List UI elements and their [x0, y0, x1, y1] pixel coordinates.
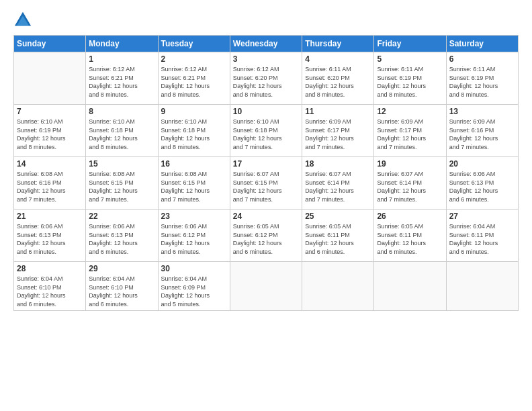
calendar-cell: 22Sunrise: 6:06 AM Sunset: 6:13 PM Dayli… — [86, 210, 158, 262]
cell-info: Sunrise: 6:06 AM Sunset: 6:13 PM Dayligh… — [17, 222, 83, 256]
cell-info: Sunrise: 6:08 AM Sunset: 6:15 PM Dayligh… — [89, 170, 154, 203]
cell-info: Sunrise: 6:10 AM Sunset: 6:18 PM Dayligh… — [89, 118, 154, 151]
calendar-cell: 2Sunrise: 6:12 AM Sunset: 6:21 PM Daylig… — [158, 52, 230, 105]
week-row-3: 21Sunrise: 6:06 AM Sunset: 6:13 PM Dayli… — [14, 210, 519, 262]
calendar-cell: 24Sunrise: 6:05 AM Sunset: 6:12 PM Dayli… — [230, 210, 302, 262]
cell-info: Sunrise: 6:04 AM Sunset: 6:10 PM Dayligh… — [17, 275, 83, 308]
calendar-cell: 30Sunrise: 6:04 AM Sunset: 6:09 PM Dayli… — [158, 262, 230, 311]
cell-info: Sunrise: 6:06 AM Sunset: 6:13 PM Dayligh… — [89, 222, 154, 256]
cell-info: Sunrise: 6:08 AM Sunset: 6:16 PM Dayligh… — [17, 170, 83, 203]
day-number: 25 — [305, 212, 371, 221]
cell-info: Sunrise: 6:04 AM Sunset: 6:10 PM Dayligh… — [89, 275, 154, 308]
day-number: 13 — [449, 107, 515, 116]
day-number: 12 — [377, 107, 443, 116]
cell-info: Sunrise: 6:11 AM Sunset: 6:19 PM Dayligh… — [449, 65, 515, 99]
day-header-sunday: Sunday — [14, 36, 86, 52]
calendar-cell: 1Sunrise: 6:12 AM Sunset: 6:21 PM Daylig… — [86, 52, 158, 105]
calendar: SundayMondayTuesdayWednesdayThursdayFrid… — [13, 35, 519, 311]
calendar-cell: 26Sunrise: 6:05 AM Sunset: 6:11 PM Dayli… — [374, 210, 446, 262]
day-number: 9 — [161, 107, 227, 116]
calendar-cell: 7Sunrise: 6:10 AM Sunset: 6:19 PM Daylig… — [14, 105, 86, 157]
cell-info: Sunrise: 6:11 AM Sunset: 6:19 PM Dayligh… — [377, 65, 443, 99]
day-header-wednesday: Wednesday — [230, 36, 302, 52]
day-number: 11 — [305, 107, 371, 116]
day-header-monday: Monday — [86, 36, 158, 52]
week-row-1: 7Sunrise: 6:10 AM Sunset: 6:19 PM Daylig… — [14, 105, 519, 157]
logo-icon — [13, 11, 32, 30]
day-number: 18 — [305, 159, 371, 169]
cell-info: Sunrise: 6:05 AM Sunset: 6:12 PM Dayligh… — [233, 222, 299, 256]
cell-info: Sunrise: 6:12 AM Sunset: 6:20 PM Dayligh… — [233, 65, 299, 99]
calendar-cell: 18Sunrise: 6:07 AM Sunset: 6:14 PM Dayli… — [302, 157, 374, 210]
calendar-cell: 28Sunrise: 6:04 AM Sunset: 6:10 PM Dayli… — [14, 262, 86, 311]
cell-info: Sunrise: 6:09 AM Sunset: 6:17 PM Dayligh… — [377, 118, 443, 151]
day-number: 1 — [89, 54, 154, 64]
day-number: 4 — [305, 54, 371, 64]
cell-info: Sunrise: 6:07 AM Sunset: 6:14 PM Dayligh… — [305, 170, 371, 203]
calendar-cell — [374, 262, 446, 311]
week-row-4: 28Sunrise: 6:04 AM Sunset: 6:10 PM Dayli… — [14, 262, 519, 311]
day-header-friday: Friday — [374, 36, 446, 52]
calendar-cell: 25Sunrise: 6:05 AM Sunset: 6:11 PM Dayli… — [302, 210, 374, 262]
cell-info: Sunrise: 6:10 AM Sunset: 6:18 PM Dayligh… — [233, 118, 299, 151]
cell-info: Sunrise: 6:11 AM Sunset: 6:20 PM Dayligh… — [305, 65, 371, 99]
day-number: 27 — [449, 212, 515, 221]
day-number: 5 — [377, 54, 443, 64]
cell-info: Sunrise: 6:08 AM Sunset: 6:15 PM Dayligh… — [161, 170, 227, 203]
cell-info: Sunrise: 6:12 AM Sunset: 6:21 PM Dayligh… — [89, 65, 154, 99]
calendar-cell: 14Sunrise: 6:08 AM Sunset: 6:16 PM Dayli… — [14, 157, 86, 210]
calendar-cell: 20Sunrise: 6:06 AM Sunset: 6:13 PM Dayli… — [446, 157, 518, 210]
day-number: 6 — [449, 54, 515, 64]
day-number: 2 — [161, 54, 227, 64]
calendar-cell: 16Sunrise: 6:08 AM Sunset: 6:15 PM Dayli… — [158, 157, 230, 210]
calendar-header-row: SundayMondayTuesdayWednesdayThursdayFrid… — [14, 36, 519, 52]
day-number: 17 — [233, 159, 299, 169]
cell-info: Sunrise: 6:12 AM Sunset: 6:21 PM Dayligh… — [161, 65, 227, 99]
calendar-cell — [446, 262, 518, 311]
logo — [13, 11, 35, 30]
day-number: 24 — [233, 212, 299, 221]
day-number: 7 — [17, 107, 83, 116]
day-number: 23 — [161, 212, 227, 221]
cell-info: Sunrise: 6:04 AM Sunset: 6:09 PM Dayligh… — [161, 275, 227, 308]
page: SundayMondayTuesdayWednesdayThursdayFrid… — [0, 0, 532, 411]
day-number: 3 — [233, 54, 299, 64]
calendar-cell: 8Sunrise: 6:10 AM Sunset: 6:18 PM Daylig… — [86, 105, 158, 157]
calendar-cell: 23Sunrise: 6:06 AM Sunset: 6:12 PM Dayli… — [158, 210, 230, 262]
day-number: 28 — [17, 264, 83, 273]
day-number: 30 — [161, 264, 227, 273]
cell-info: Sunrise: 6:09 AM Sunset: 6:16 PM Dayligh… — [449, 118, 515, 151]
calendar-cell: 15Sunrise: 6:08 AM Sunset: 6:15 PM Dayli… — [86, 157, 158, 210]
day-number: 14 — [17, 159, 83, 169]
cell-info: Sunrise: 6:09 AM Sunset: 6:17 PM Dayligh… — [305, 118, 371, 151]
calendar-cell: 13Sunrise: 6:09 AM Sunset: 6:16 PM Dayli… — [446, 105, 518, 157]
calendar-cell — [302, 262, 374, 311]
cell-info: Sunrise: 6:06 AM Sunset: 6:13 PM Dayligh… — [449, 170, 515, 203]
cell-info: Sunrise: 6:07 AM Sunset: 6:15 PM Dayligh… — [233, 170, 299, 203]
day-header-saturday: Saturday — [446, 36, 518, 52]
header — [13, 11, 519, 30]
cell-info: Sunrise: 6:10 AM Sunset: 6:19 PM Dayligh… — [17, 118, 83, 151]
day-number: 29 — [89, 264, 154, 273]
week-row-0: 1Sunrise: 6:12 AM Sunset: 6:21 PM Daylig… — [14, 52, 519, 105]
calendar-cell: 21Sunrise: 6:06 AM Sunset: 6:13 PM Dayli… — [14, 210, 86, 262]
calendar-cell: 10Sunrise: 6:10 AM Sunset: 6:18 PM Dayli… — [230, 105, 302, 157]
day-number: 8 — [89, 107, 154, 116]
calendar-cell: 27Sunrise: 6:04 AM Sunset: 6:11 PM Dayli… — [446, 210, 518, 262]
calendar-cell: 5Sunrise: 6:11 AM Sunset: 6:19 PM Daylig… — [374, 52, 446, 105]
calendar-cell — [14, 52, 86, 105]
calendar-cell: 12Sunrise: 6:09 AM Sunset: 6:17 PM Dayli… — [374, 105, 446, 157]
calendar-cell: 17Sunrise: 6:07 AM Sunset: 6:15 PM Dayli… — [230, 157, 302, 210]
day-number: 16 — [161, 159, 227, 169]
calendar-cell: 11Sunrise: 6:09 AM Sunset: 6:17 PM Dayli… — [302, 105, 374, 157]
day-number: 21 — [17, 212, 83, 221]
cell-info: Sunrise: 6:10 AM Sunset: 6:18 PM Dayligh… — [161, 118, 227, 151]
day-number: 26 — [377, 212, 443, 221]
calendar-cell — [230, 262, 302, 311]
calendar-cell: 29Sunrise: 6:04 AM Sunset: 6:10 PM Dayli… — [86, 262, 158, 311]
cell-info: Sunrise: 6:07 AM Sunset: 6:14 PM Dayligh… — [377, 170, 443, 203]
cell-info: Sunrise: 6:05 AM Sunset: 6:11 PM Dayligh… — [377, 222, 443, 256]
cell-info: Sunrise: 6:05 AM Sunset: 6:11 PM Dayligh… — [305, 222, 371, 256]
calendar-cell: 9Sunrise: 6:10 AM Sunset: 6:18 PM Daylig… — [158, 105, 230, 157]
week-row-2: 14Sunrise: 6:08 AM Sunset: 6:16 PM Dayli… — [14, 157, 519, 210]
